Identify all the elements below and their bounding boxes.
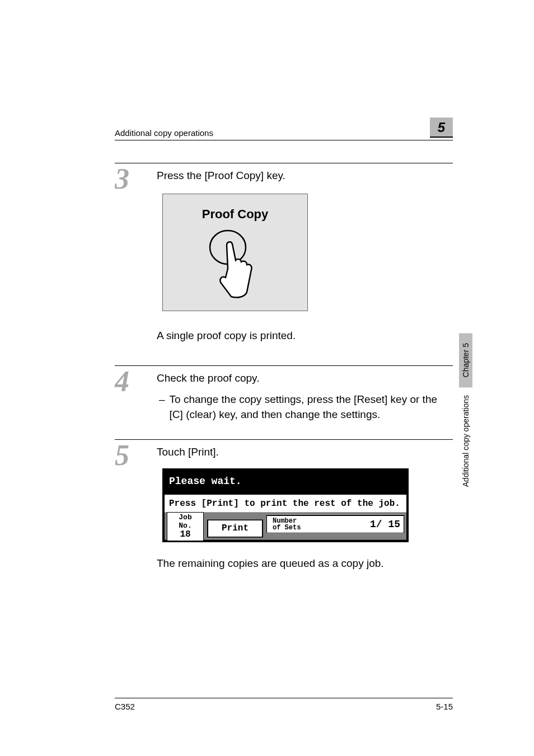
step-4: 4 Check the proof copy. – To change the … xyxy=(115,365,453,422)
step-instruction: Press the [Proof Copy] key. xyxy=(157,168,453,184)
step-number: 5 xyxy=(115,441,157,577)
lcd-panel: Please wait. Press [Print] to print the … xyxy=(162,468,409,542)
page-header: Additional copy operations 5 xyxy=(115,118,453,140)
step-number: 3 xyxy=(115,165,157,349)
lcd-job-label: Job No. xyxy=(167,514,203,530)
lcd-header: Please wait. xyxy=(165,471,406,494)
footer-right: 5-15 xyxy=(436,702,453,711)
proof-copy-label: Proof Copy xyxy=(202,205,269,223)
chapter-number: 5 xyxy=(430,118,453,138)
dash-icon: – xyxy=(159,392,165,422)
side-label: Additional copy operations xyxy=(461,395,470,487)
finger-press-icon xyxy=(204,229,266,302)
lcd-instruction: Press [Print] to print the rest of the j… xyxy=(165,494,406,513)
side-chapter: Chapter 5 xyxy=(459,333,472,387)
lcd-sets-value: 1/ 15 xyxy=(370,517,400,532)
step-instruction: Check the proof copy. xyxy=(157,370,453,386)
step-5: 5 Touch [Print]. Please wait. Press [Pri… xyxy=(115,439,453,577)
step-result: The remaining copies are queued as a cop… xyxy=(157,556,453,571)
page-footer: C352 5-15 xyxy=(115,698,453,711)
header-title: Additional copy operations xyxy=(115,128,213,138)
lcd-job-value: 18 xyxy=(167,530,203,540)
bullet-text: To change the copy settings, press the [… xyxy=(170,392,453,422)
print-button[interactable]: Print xyxy=(207,519,263,538)
lcd-sets-box: Number of Sets 1/ 15 xyxy=(266,515,404,533)
lcd-job-box: Job No. 18 xyxy=(167,512,204,541)
side-tab: Chapter 5 Additional copy operations xyxy=(459,333,472,487)
lcd-sets-label: Number of Sets xyxy=(273,518,301,531)
footer-left: C352 xyxy=(115,702,135,711)
step-instruction: Touch [Print]. xyxy=(157,444,453,460)
proof-copy-illustration: Proof Copy xyxy=(162,194,308,311)
step-number: 4 xyxy=(115,367,157,422)
lcd-status-row: Job No. 18 Print Number of Sets 1/ 15 xyxy=(165,513,406,540)
step-bullet: – To change the copy settings, press the… xyxy=(159,392,453,422)
step-3: 3 Press the [Proof Copy] key. Proof Copy… xyxy=(115,163,453,349)
step-result: A single proof copy is printed. xyxy=(157,328,453,344)
